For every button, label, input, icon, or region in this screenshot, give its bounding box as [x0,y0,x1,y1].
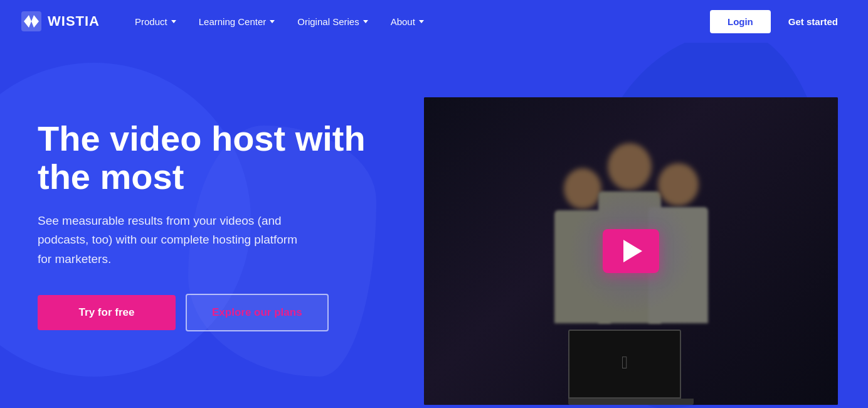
nav-label-original-series: Original Series [297,16,359,27]
chevron-down-icon [363,20,368,23]
laptop-base [568,399,694,405]
logo-icon [20,10,43,33]
person-head-left [564,168,601,209]
nav-label-learning-center: Learning Center [199,16,267,27]
login-button[interactable]: Login [710,10,771,33]
laptop-screen:  [568,330,681,399]
hero-buttons: Try for free Explore our plans [38,294,396,331]
apple-logo-icon:  [622,353,628,373]
chevron-down-icon [270,20,275,23]
try-free-button[interactable]: Try for free [38,295,176,330]
hero-content: The video host with the most See measura… [0,43,434,408]
nav-item-about[interactable]: About [381,11,434,32]
get-started-button[interactable]: Get started [778,10,848,33]
nav-item-original-series[interactable]: Original Series [287,11,378,32]
hero-subtitle: See measurable results from your videos … [38,212,314,269]
person-head-center [608,143,652,190]
person-head-right [658,163,699,206]
nav-actions: Login Get started [710,10,848,33]
explore-plans-button[interactable]: Explore our plans [186,294,329,331]
video-panel[interactable]:  [424,97,838,405]
chevron-down-icon [419,20,424,23]
nav-label-about: About [391,16,415,27]
play-overlay [603,229,659,273]
hero-title: The video host with the most [38,119,396,196]
logo-text: WISTIA [48,13,100,30]
nav-links: Product Learning Center Original Series … [125,11,710,32]
navbar: WISTIA Product Learning Center Original … [0,0,868,43]
video-bg:  [424,97,838,405]
chevron-down-icon [171,20,176,23]
laptop-wrapper:  [568,330,694,405]
nav-item-product[interactable]: Product [125,11,186,32]
nav-label-product: Product [135,16,167,27]
nav-item-learning-center[interactable]: Learning Center [189,11,285,32]
play-button[interactable] [603,229,659,273]
logo[interactable]: WISTIA [20,10,100,33]
play-icon [623,240,642,262]
